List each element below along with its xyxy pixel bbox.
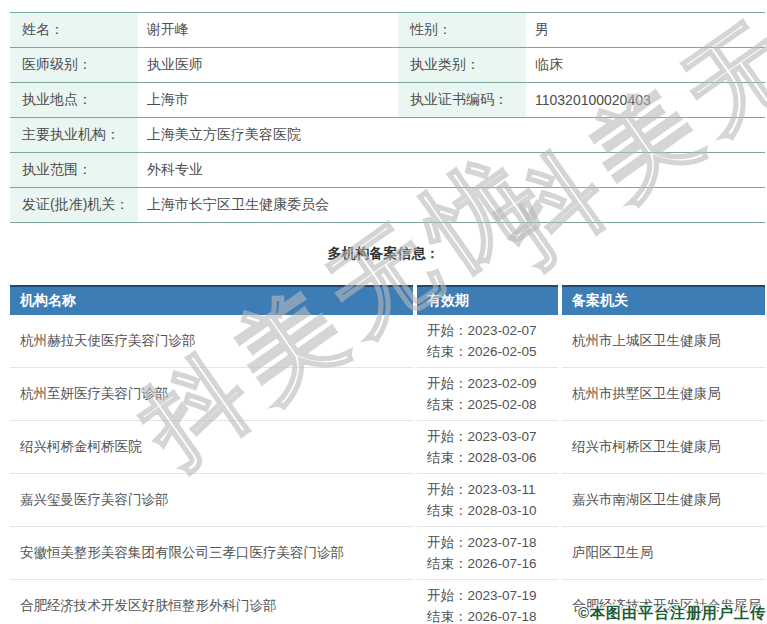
table-row: 安徽恒美整形美容集团有限公司三孝口医疗美容门诊部 开始：2023-07-18 结… [10,527,765,580]
issuing-authority-value: 上海市长宁区卫生健康委员会 [138,188,765,222]
authority-cell: 杭州市上城区卫生健康局 [562,315,765,368]
start-date: 开始：2023-02-07 [427,320,537,341]
end-date: 结束：2028-03-06 [427,447,537,468]
practice-place-value: 上海市 [138,83,398,117]
column-header-validity: 有效期 [417,285,558,315]
doctor-level-label: 医师级别： [10,48,138,82]
org-name-cell: 合肥经济技术开发区好肤恒整形外科门诊部 [10,580,413,624]
certificate-number-value: 110320100020403 [526,83,765,117]
table-row: 嘉兴玺曼医疗美容门诊部 开始：2023-03-11 结束：2028-03-10 … [10,474,765,527]
main-institution-value: 上海美立方医疗美容医院 [138,118,765,152]
validity-cell: 开始：2023-07-19 结束：2026-07-18 [417,580,558,624]
start-date: 开始：2023-02-09 [427,373,537,394]
authority-cell: 绍兴市柯桥区卫生健康局 [562,421,765,474]
info-row-level-category: 医师级别： 执业医师 执业类别： 临床 [10,48,765,83]
name-label: 姓名： [10,13,138,47]
start-date: 开始：2023-03-11 [427,479,536,500]
start-date: 开始：2023-07-18 [427,532,537,553]
validity-cell: 开始：2023-03-11 结束：2028-03-10 [417,474,558,527]
authority-cell: 庐阳区卫生局 [562,527,765,580]
end-date: 结束：2026-02-05 [427,341,537,362]
table-row: 杭州赫拉天使医疗美容门诊部 开始：2023-02-07 结束：2026-02-0… [10,315,765,368]
validity-cell: 开始：2023-07-18 结束：2026-07-16 [417,527,558,580]
info-row-name-gender: 姓名： 谢开峰 性别： 男 [10,13,765,48]
gender-label: 性别： [398,13,526,47]
org-name-cell: 杭州赫拉天使医疗美容门诊部 [10,315,413,368]
main-institution-label: 主要执业机构： [10,118,138,152]
practice-scope-label: 执业范围： [10,153,138,187]
end-date: 结束：2026-07-16 [427,553,537,574]
start-date: 开始：2023-07-19 [427,585,537,606]
info-row-issuing-authority: 发证(批准)机关： 上海市长宁区卫生健康委员会 [10,188,765,223]
practice-place-label: 执业地点： [10,83,138,117]
org-name-cell: 嘉兴玺曼医疗美容门诊部 [10,474,413,527]
table-row: 绍兴柯桥金柯桥医院 开始：2023-03-07 结束：2028-03-06 绍兴… [10,421,765,474]
issuing-authority-label: 发证(批准)机关： [10,188,138,222]
certificate-number-label: 执业证书编码： [398,83,526,117]
column-header-org-name: 机构名称 [10,285,413,315]
doctor-level-value: 执业医师 [138,48,398,82]
authority-cell: 嘉兴市南湖区卫生健康局 [562,474,765,527]
validity-cell: 开始：2023-02-09 结束：2025-02-08 [417,368,558,421]
end-date: 结束：2028-03-10 [427,500,537,521]
practice-category-label: 执业类别： [398,48,526,82]
validity-cell: 开始：2023-02-07 结束：2026-02-05 [417,315,558,368]
authority-cell: 杭州市拱墅区卫生健康局 [562,368,765,421]
validity-cell: 开始：2023-03-07 结束：2028-03-06 [417,421,558,474]
practice-scope-value: 外科专业 [138,153,765,187]
info-row-main-institution: 主要执业机构： 上海美立方医疗美容医院 [10,118,765,153]
records-table: 机构名称 有效期 备案机关 杭州赫拉天使医疗美容门诊部 开始：2023-02-0… [10,285,765,624]
end-date: 结束：2025-02-08 [427,394,537,415]
name-value: 谢开峰 [138,13,398,47]
gender-value: 男 [526,13,765,47]
uploader-copyright-note: ©本图由平台注册用户上传 [578,604,766,623]
start-date: 开始：2023-03-07 [427,426,537,447]
info-row-practice-scope: 执业范围： 外科专业 [10,153,765,188]
doctor-info-table: 姓名： 谢开峰 性别： 男 医师级别： 执业医师 执业类别： 临床 执业地点： … [10,12,765,223]
org-name-cell: 绍兴柯桥金柯桥医院 [10,421,413,474]
org-name-cell: 杭州至妍医疗美容门诊部 [10,368,413,421]
org-name-cell: 安徽恒美整形美容集团有限公司三孝口医疗美容门诊部 [10,527,413,580]
end-date: 结束：2026-07-18 [427,606,537,624]
multi-institution-section-title: 多机构备案信息： [0,245,767,263]
info-row-place-certificate: 执业地点： 上海市 执业证书编码： 110320100020403 [10,83,765,118]
column-header-authority: 备案机关 [562,285,765,315]
records-table-header: 机构名称 有效期 备案机关 [10,285,765,315]
practice-category-value: 临床 [526,48,765,82]
table-row: 杭州至妍医疗美容门诊部 开始：2023-02-09 结束：2025-02-08 … [10,368,765,421]
